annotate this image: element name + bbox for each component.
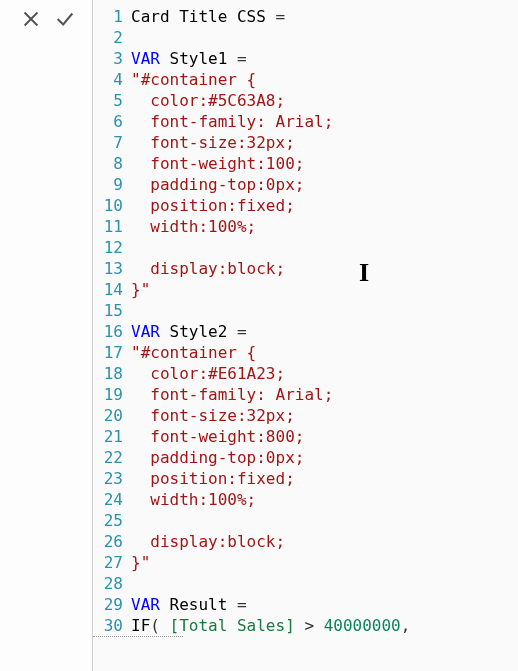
code-line[interactable]: 9 padding-top:0px; xyxy=(93,174,518,195)
code-content[interactable]: }" xyxy=(127,279,150,300)
code-line[interactable]: 3VAR Style1 = xyxy=(93,48,518,69)
code-content[interactable]: font-size:32px; xyxy=(127,405,295,426)
code-line[interactable]: 7 font-size:32px; xyxy=(93,132,518,153)
code-line[interactable]: 8 font-weight:100; xyxy=(93,153,518,174)
code-content[interactable]: width:100%; xyxy=(127,489,256,510)
line-number: 13 xyxy=(93,258,127,279)
code-content[interactable]: VAR Style2 = xyxy=(127,321,247,342)
code-content[interactable]: position:fixed; xyxy=(127,468,295,489)
code-line[interactable]: 14}" xyxy=(93,279,518,300)
code-line[interactable]: 22 padding-top:0px; xyxy=(93,447,518,468)
line-number: 9 xyxy=(93,174,127,195)
code-line[interactable]: 11 width:100%; xyxy=(93,216,518,237)
line-number: 8 xyxy=(93,153,127,174)
line-number: 1 xyxy=(93,6,127,27)
line-number: 20 xyxy=(93,405,127,426)
code-line[interactable]: 4"#container { xyxy=(93,69,518,90)
code-content[interactable]: "#container { xyxy=(127,69,256,90)
line-number: 17 xyxy=(93,342,127,363)
line-number: 12 xyxy=(93,237,127,258)
cancel-button[interactable] xyxy=(14,8,48,33)
dax-editor[interactable]: 1Card Title CSS =23VAR Style1 =4"#contai… xyxy=(92,0,518,671)
code-content[interactable]: color:#E61A23; xyxy=(127,363,285,384)
code-line[interactable]: 19 font-family: Arial; xyxy=(93,384,518,405)
code-content[interactable]: display:block; xyxy=(127,258,285,279)
line-number: 6 xyxy=(93,111,127,132)
code-content[interactable]: VAR Result = xyxy=(127,594,247,615)
code-content[interactable]: font-weight:800; xyxy=(127,426,304,447)
code-line[interactable]: 25 xyxy=(93,510,518,531)
code-line[interactable]: 15 xyxy=(93,300,518,321)
code-content[interactable]: Card Title CSS = xyxy=(127,6,285,27)
code-content[interactable]: width:100%; xyxy=(127,216,256,237)
formula-toolbar xyxy=(0,0,92,671)
line-number: 5 xyxy=(93,90,127,111)
line-number: 16 xyxy=(93,321,127,342)
code-line[interactable]: 21 font-weight:800; xyxy=(93,426,518,447)
code-line[interactable]: 18 color:#E61A23; xyxy=(93,363,518,384)
line-number: 3 xyxy=(93,48,127,69)
line-number: 25 xyxy=(93,510,127,531)
line-number: 11 xyxy=(93,216,127,237)
code-line[interactable]: 6 font-family: Arial; xyxy=(93,111,518,132)
code-line[interactable]: 20 font-size:32px; xyxy=(93,405,518,426)
line-number: 21 xyxy=(93,426,127,447)
code-line[interactable]: 12 xyxy=(93,237,518,258)
line-number: 23 xyxy=(93,468,127,489)
code-line[interactable]: 13 display:block; xyxy=(93,258,518,279)
code-content[interactable]: padding-top:0px; xyxy=(127,447,304,468)
code-line[interactable]: 2 xyxy=(93,27,518,48)
code-content[interactable]: font-family: Arial; xyxy=(127,111,333,132)
check-icon xyxy=(54,18,76,33)
line-number: 19 xyxy=(93,384,127,405)
code-content[interactable]: display:block; xyxy=(127,531,285,552)
code-line[interactable]: 23 position:fixed; xyxy=(93,468,518,489)
code-line[interactable]: 26 display:block; xyxy=(93,531,518,552)
code-content[interactable]: color:#5C63A8; xyxy=(127,90,285,111)
code-line[interactable]: 10 position:fixed; xyxy=(93,195,518,216)
line-number: 27 xyxy=(93,552,127,573)
code-line[interactable]: 27}" xyxy=(93,552,518,573)
line-number: 18 xyxy=(93,363,127,384)
line-number: 29 xyxy=(93,594,127,615)
line-number: 7 xyxy=(93,132,127,153)
code-line[interactable]: 17"#container { xyxy=(93,342,518,363)
line-number: 24 xyxy=(93,489,127,510)
code-line[interactable]: 30IF( [Total Sales] > 40000000, xyxy=(93,615,518,636)
code-line[interactable]: 5 color:#5C63A8; xyxy=(93,90,518,111)
code-content[interactable]: font-family: Arial; xyxy=(127,384,333,405)
line-number: 2 xyxy=(93,27,127,48)
code-content[interactable]: position:fixed; xyxy=(127,195,295,216)
code-line[interactable]: 1Card Title CSS = xyxy=(93,6,518,27)
code-content[interactable]: VAR Style1 = xyxy=(127,48,247,69)
line-number: 28 xyxy=(93,573,127,594)
dotted-rule xyxy=(93,636,183,637)
line-number: 14 xyxy=(93,279,127,300)
line-number: 15 xyxy=(93,300,127,321)
code-content[interactable]: }" xyxy=(127,552,150,573)
accept-button[interactable] xyxy=(48,8,82,33)
line-number: 30 xyxy=(93,615,127,636)
code-line[interactable]: 16VAR Style2 = xyxy=(93,321,518,342)
line-number: 4 xyxy=(93,69,127,90)
code-content[interactable]: IF( [Total Sales] > 40000000, xyxy=(127,615,410,636)
code-line[interactable]: 29VAR Result = xyxy=(93,594,518,615)
code-content[interactable]: padding-top:0px; xyxy=(127,174,304,195)
code-content[interactable]: "#container { xyxy=(127,342,256,363)
line-number: 26 xyxy=(93,531,127,552)
code-content[interactable]: font-size:32px; xyxy=(127,132,295,153)
line-number: 10 xyxy=(93,195,127,216)
line-number: 22 xyxy=(93,447,127,468)
close-icon xyxy=(20,18,42,33)
code-content[interactable]: font-weight:100; xyxy=(127,153,304,174)
code-line[interactable]: 24 width:100%; xyxy=(93,489,518,510)
code-line[interactable]: 28 xyxy=(93,573,518,594)
